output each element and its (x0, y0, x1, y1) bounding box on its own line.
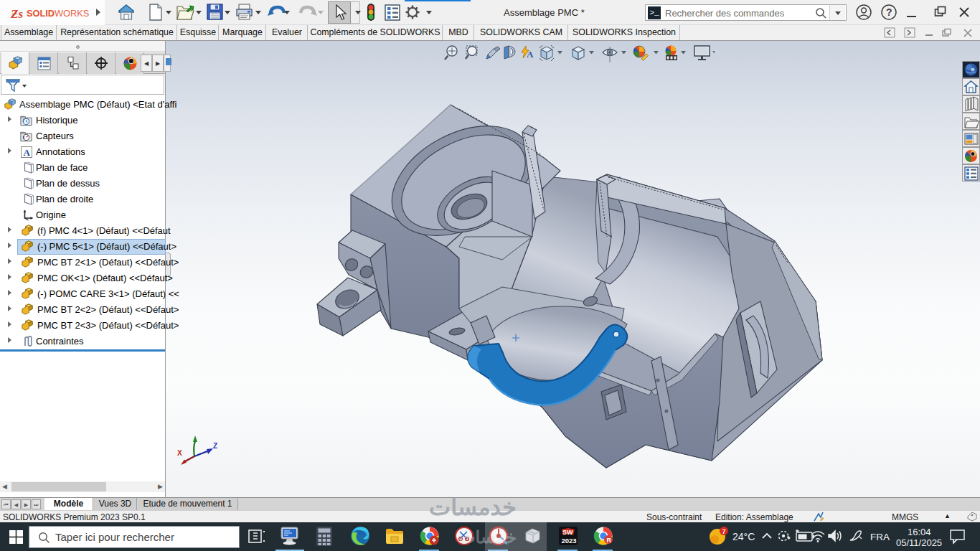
svg-text:24°C: 24°C (732, 531, 755, 542)
svg-text:2023: 2023 (562, 537, 577, 545)
svg-text:05/11/2025: 05/11/2025 (896, 537, 942, 548)
svg-text:X: X (177, 449, 182, 457)
svg-text:WORKS: WORKS (55, 8, 89, 19)
svg-text:Z: Z (213, 442, 217, 450)
svg-text:?: ? (886, 6, 892, 18)
svg-text:16:04: 16:04 (908, 527, 931, 537)
svg-text:SW: SW (562, 529, 573, 536)
svg-text:A: A (24, 147, 31, 158)
svg-text:●: ● (787, 534, 791, 541)
svg-text:R: R (607, 537, 612, 544)
svg-text:7: 7 (722, 528, 726, 535)
svg-text:SOLID: SOLID (27, 8, 55, 19)
svg-text:FRA: FRA (870, 532, 890, 542)
svg-text:Ƶs: Ƶs (10, 7, 23, 21)
